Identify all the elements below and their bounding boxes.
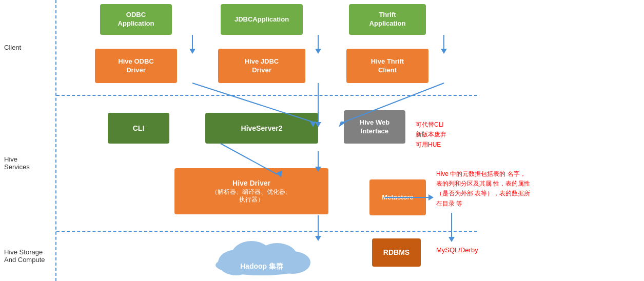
svg-marker-21: [448, 237, 455, 242]
rdbms-annotation: MySQL/Derby: [436, 246, 478, 254]
hive-web-interface-box: Hive Web Interface: [344, 110, 405, 144]
svg-marker-5: [441, 49, 447, 54]
odbc-app-box: ODBC Application: [100, 4, 172, 35]
rdbms-box: RDBMS: [372, 238, 421, 267]
odbc-driver-box: Hive ODBC Driver: [95, 49, 177, 83]
hive-services-label: Hive Services: [0, 95, 55, 231]
jdbc-driver-box: Hive JDBC Driver: [218, 49, 305, 83]
client-label: Client: [0, 0, 55, 95]
cli-box: CLI: [108, 113, 169, 144]
hive-web-annotation: 可代替CLI 新版本废弃 可用HUE: [416, 110, 446, 150]
thrift-app-box: Thrift Application: [349, 4, 426, 35]
svg-marker-3: [315, 49, 321, 54]
jdbc-app-box: JDBCApplication: [221, 4, 303, 35]
metastore-box: Metastore: [369, 179, 426, 215]
svg-marker-17: [428, 194, 434, 200]
hadoop-cloud: Hadoop 集群: [205, 237, 318, 276]
hive-driver-box: Hive Driver （解析器、编译器、优化器、 执行器）: [174, 168, 328, 214]
metastore-annotation: Hive 中的元数据包括表的 名字，表的列和分区及其属 性，表的属性（是否为外部…: [436, 169, 531, 209]
hiveserver2-box: HiveServer2: [205, 113, 318, 144]
svg-marker-1: [189, 49, 196, 54]
svg-text:Hadoop 集群: Hadoop 集群: [240, 262, 284, 270]
thrift-client-box: Hive Thrift Client: [346, 49, 428, 83]
hive-storage-label: Hive Storage And Compute: [0, 231, 55, 281]
